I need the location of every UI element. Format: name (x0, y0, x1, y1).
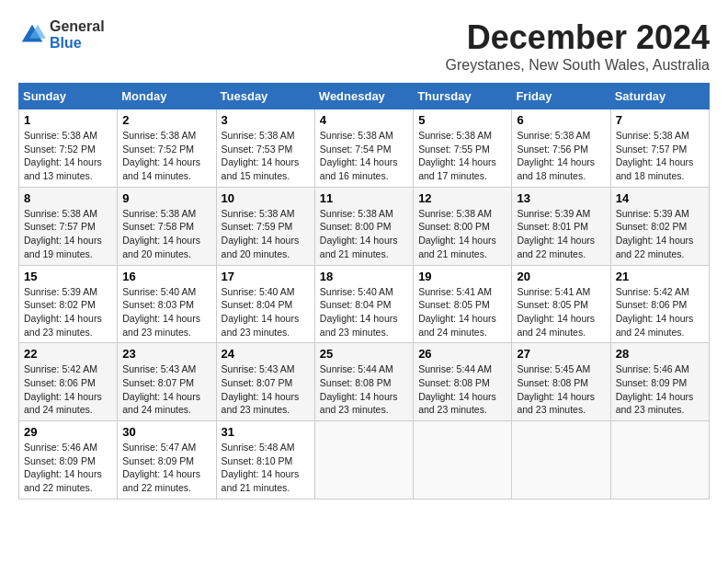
day-number: 9 (122, 191, 210, 205)
calendar-cell: 31Sunrise: 5:48 AM Sunset: 8:10 PM Dayli… (216, 421, 314, 500)
day-number: 28 (616, 347, 704, 361)
column-header-tuesday: Tuesday (216, 84, 314, 109)
calendar-cell: 26Sunrise: 5:44 AM Sunset: 8:08 PM Dayli… (414, 343, 512, 421)
day-number: 16 (122, 270, 210, 283)
calendar-cell: 6Sunrise: 5:38 AM Sunset: 7:56 PM Daylig… (512, 109, 610, 188)
day-info: Sunrise: 5:39 AM Sunset: 8:02 PM Dayligh… (616, 207, 704, 261)
day-number: 10 (222, 191, 310, 205)
day-info: Sunrise: 5:41 AM Sunset: 8:05 PM Dayligh… (418, 285, 506, 339)
day-number: 11 (320, 191, 408, 205)
day-number: 29 (24, 425, 112, 439)
calendar-cell: 4Sunrise: 5:38 AM Sunset: 7:54 PM Daylig… (314, 109, 413, 188)
calendar-cell: 1Sunrise: 5:38 AM Sunset: 7:52 PM Daylig… (19, 109, 118, 188)
logo-text: General Blue (50, 18, 105, 52)
day-info: Sunrise: 5:44 AM Sunset: 8:08 PM Dayligh… (320, 362, 408, 417)
day-info: Sunrise: 5:38 AM Sunset: 7:53 PM Dayligh… (222, 129, 310, 183)
calendar-cell (610, 421, 709, 500)
day-info: Sunrise: 5:38 AM Sunset: 7:59 PM Dayligh… (222, 207, 310, 261)
month-title: December 2024 (445, 18, 710, 57)
day-number: 23 (122, 347, 210, 361)
calendar-cell: 18Sunrise: 5:40 AM Sunset: 8:04 PM Dayli… (314, 265, 413, 343)
day-info: Sunrise: 5:43 AM Sunset: 8:07 PM Dayligh… (222, 362, 310, 417)
calendar-cell (512, 421, 610, 500)
calendar-row: 29Sunrise: 5:46 AM Sunset: 8:09 PM Dayli… (19, 421, 710, 500)
day-info: Sunrise: 5:38 AM Sunset: 7:55 PM Dayligh… (418, 129, 506, 183)
calendar-cell: 2Sunrise: 5:38 AM Sunset: 7:52 PM Daylig… (118, 109, 216, 188)
day-info: Sunrise: 5:39 AM Sunset: 8:02 PM Dayligh… (24, 285, 112, 339)
day-number: 5 (418, 113, 506, 127)
calendar-cell: 12Sunrise: 5:38 AM Sunset: 8:00 PM Dayli… (414, 187, 512, 265)
calendar-cell: 14Sunrise: 5:39 AM Sunset: 8:02 PM Dayli… (610, 187, 709, 265)
day-number: 17 (222, 270, 310, 283)
column-header-thursday: Thursday (414, 84, 512, 109)
day-number: 20 (517, 270, 605, 283)
location-subtitle: Greystanes, New South Wales, Australia (445, 57, 710, 74)
day-info: Sunrise: 5:38 AM Sunset: 7:52 PM Dayligh… (122, 129, 210, 183)
day-info: Sunrise: 5:38 AM Sunset: 8:00 PM Dayligh… (320, 207, 408, 261)
calendar-cell: 13Sunrise: 5:39 AM Sunset: 8:01 PM Dayli… (512, 187, 610, 265)
calendar-row: 1Sunrise: 5:38 AM Sunset: 7:52 PM Daylig… (19, 109, 710, 188)
calendar-cell: 25Sunrise: 5:44 AM Sunset: 8:08 PM Dayli… (314, 343, 413, 421)
calendar-cell: 15Sunrise: 5:39 AM Sunset: 8:02 PM Dayli… (19, 265, 118, 343)
day-number: 31 (222, 425, 310, 439)
calendar-row: 8Sunrise: 5:38 AM Sunset: 7:57 PM Daylig… (19, 187, 710, 265)
day-number: 14 (616, 191, 704, 205)
day-info: Sunrise: 5:40 AM Sunset: 8:04 PM Dayligh… (320, 285, 408, 339)
calendar-cell: 17Sunrise: 5:40 AM Sunset: 8:04 PM Dayli… (216, 265, 314, 343)
day-number: 18 (320, 270, 408, 283)
day-number: 27 (517, 347, 605, 361)
day-info: Sunrise: 5:40 AM Sunset: 8:03 PM Dayligh… (122, 285, 210, 339)
title-block: December 2024 Greystanes, New South Wale… (445, 18, 710, 74)
calendar-cell: 21Sunrise: 5:42 AM Sunset: 8:06 PM Dayli… (610, 265, 709, 343)
day-number: 24 (222, 347, 310, 361)
day-info: Sunrise: 5:40 AM Sunset: 8:04 PM Dayligh… (222, 285, 310, 339)
day-number: 2 (122, 113, 210, 127)
day-number: 25 (320, 347, 408, 361)
column-header-friday: Friday (512, 84, 610, 109)
day-number: 13 (517, 191, 605, 205)
day-info: Sunrise: 5:38 AM Sunset: 7:58 PM Dayligh… (122, 207, 210, 261)
calendar-cell: 23Sunrise: 5:43 AM Sunset: 8:07 PM Dayli… (118, 343, 216, 421)
calendar-cell: 10Sunrise: 5:38 AM Sunset: 7:59 PM Dayli… (216, 187, 314, 265)
day-info: Sunrise: 5:46 AM Sunset: 8:09 PM Dayligh… (616, 362, 704, 417)
column-header-saturday: Saturday (610, 84, 709, 109)
day-number: 6 (517, 113, 605, 127)
calendar-cell: 11Sunrise: 5:38 AM Sunset: 8:00 PM Dayli… (314, 187, 413, 265)
calendar-cell: 28Sunrise: 5:46 AM Sunset: 8:09 PM Dayli… (610, 343, 709, 421)
day-info: Sunrise: 5:48 AM Sunset: 8:10 PM Dayligh… (222, 441, 310, 495)
day-info: Sunrise: 5:38 AM Sunset: 7:57 PM Dayligh… (616, 129, 704, 183)
day-info: Sunrise: 5:43 AM Sunset: 8:07 PM Dayligh… (122, 362, 210, 417)
calendar-cell: 20Sunrise: 5:41 AM Sunset: 8:05 PM Dayli… (512, 265, 610, 343)
calendar-row: 15Sunrise: 5:39 AM Sunset: 8:02 PM Dayli… (19, 265, 710, 343)
calendar-cell: 29Sunrise: 5:46 AM Sunset: 8:09 PM Dayli… (19, 421, 118, 500)
calendar-cell: 22Sunrise: 5:42 AM Sunset: 8:06 PM Dayli… (19, 343, 118, 421)
calendar-cell: 8Sunrise: 5:38 AM Sunset: 7:57 PM Daylig… (19, 187, 118, 265)
day-info: Sunrise: 5:41 AM Sunset: 8:05 PM Dayligh… (517, 285, 605, 339)
day-number: 8 (24, 191, 112, 205)
day-info: Sunrise: 5:42 AM Sunset: 8:06 PM Dayligh… (24, 362, 112, 417)
calendar-cell (314, 421, 413, 500)
logo: General Blue (18, 18, 105, 52)
calendar-cell: 9Sunrise: 5:38 AM Sunset: 7:58 PM Daylig… (118, 187, 216, 265)
column-header-wednesday: Wednesday (314, 84, 413, 109)
day-number: 19 (418, 270, 506, 283)
day-number: 7 (616, 113, 704, 127)
day-number: 1 (24, 113, 112, 127)
day-number: 12 (418, 191, 506, 205)
header-row: SundayMondayTuesdayWednesdayThursdayFrid… (19, 84, 710, 109)
day-info: Sunrise: 5:39 AM Sunset: 8:01 PM Dayligh… (517, 207, 605, 261)
calendar-cell: 27Sunrise: 5:45 AM Sunset: 8:08 PM Dayli… (512, 343, 610, 421)
day-info: Sunrise: 5:45 AM Sunset: 8:08 PM Dayligh… (517, 362, 605, 417)
calendar-cell: 24Sunrise: 5:43 AM Sunset: 8:07 PM Dayli… (216, 343, 314, 421)
page-header: General Blue December 2024 Greystanes, N… (18, 18, 710, 74)
day-number: 3 (222, 113, 310, 127)
day-info: Sunrise: 5:38 AM Sunset: 7:56 PM Dayligh… (517, 129, 605, 183)
column-header-monday: Monday (118, 84, 216, 109)
day-number: 22 (24, 347, 112, 361)
day-info: Sunrise: 5:38 AM Sunset: 7:52 PM Dayligh… (24, 129, 112, 183)
day-number: 21 (616, 270, 704, 283)
calendar-cell: 19Sunrise: 5:41 AM Sunset: 8:05 PM Dayli… (414, 265, 512, 343)
day-info: Sunrise: 5:42 AM Sunset: 8:06 PM Dayligh… (616, 285, 704, 339)
calendar-table: SundayMondayTuesdayWednesdayThursdayFrid… (18, 83, 710, 500)
calendar-row: 22Sunrise: 5:42 AM Sunset: 8:06 PM Dayli… (19, 343, 710, 421)
